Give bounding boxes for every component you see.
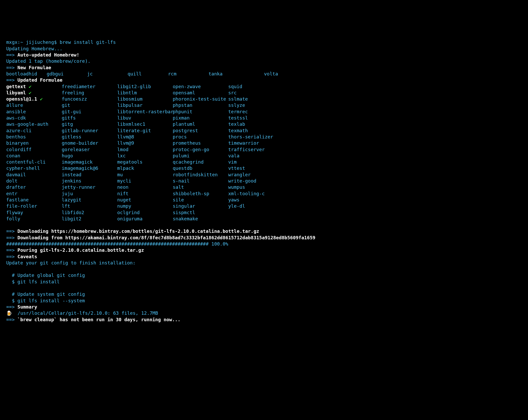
formula-item: mu: [117, 172, 173, 178]
pouring-line: Pouring git-lfs-2.10.0.catalina.bottle.t…: [17, 247, 144, 253]
formula-item: entr: [6, 191, 62, 197]
formula-item: oniguruma: [117, 216, 173, 222]
formula-item: gnome-builder: [62, 140, 117, 146]
formula-item: file-roller: [6, 203, 62, 209]
formula-item: drafter: [6, 184, 62, 190]
formula-item: gitfs: [62, 115, 117, 121]
progress-pct: 100.0%: [211, 241, 228, 247]
formula-item-ticked: libyaml: [6, 90, 29, 95]
formula-item: fastlane: [6, 197, 62, 203]
arrow-icon: ==>: [6, 77, 15, 83]
checkmark-icon: ✔: [29, 84, 32, 89]
formula-item: shibboleth-sp: [173, 191, 228, 197]
formula-item: goreleaser: [62, 146, 117, 153]
formula-row: colordiffgoreleaserlmodprotoc-gen-gotraf…: [6, 146, 522, 153]
formula-item: vala: [228, 153, 284, 159]
formula-item: lazygit: [62, 197, 117, 203]
formula-item: quill: [128, 71, 168, 77]
formula-item: binaryen: [6, 140, 62, 146]
formula-row: follylibgit2onigurumasnakemake: [6, 216, 522, 222]
formula-item: oclgrind: [117, 209, 173, 216]
checkmark-icon: ✔: [40, 96, 43, 102]
arrow-icon: ==>: [6, 317, 15, 322]
formula-item: nift: [117, 191, 173, 197]
terminal-output: mxgx:~ jijiucheng$ brew install git-lfs …: [6, 33, 522, 323]
formula-item: protoc-gen-go: [173, 146, 228, 153]
formula-item: libntlm: [117, 90, 173, 96]
formula-item: ansible: [6, 109, 62, 115]
formula-item: allure: [6, 102, 62, 108]
arrow-icon: ==>: [6, 52, 15, 58]
formula-item: git: [62, 102, 117, 108]
prompt-user: jijiucheng: [26, 39, 54, 45]
downloading-from-line: Downloading from https://akamai.bintray.…: [17, 235, 315, 240]
formula-item: libosmium: [117, 96, 173, 102]
prompt-command: brew install git-lfs: [60, 39, 116, 45]
formula-row: binaryengnome-builderllvm@9prometheustim…: [6, 140, 522, 146]
formula-item: libtorrent-rasterbar: [117, 109, 173, 115]
formula-item: wumpus: [228, 184, 284, 190]
formula-row: davmailinsteadmurobotfindskittenwrangler: [6, 172, 522, 178]
summary-path: /usr/local/Cellar/git-lfs/2.10.0: 63 fil…: [18, 310, 158, 316]
formula-item: sispmctl: [173, 209, 228, 216]
formula-item: gdbgui: [47, 71, 87, 77]
progress-bar: ########################################…: [6, 241, 209, 247]
formula-item: sslyze: [228, 102, 284, 108]
arrow-icon: ==>: [6, 228, 15, 234]
formula-item: open-zwave: [173, 83, 228, 90]
formula-item: numpy: [117, 203, 173, 209]
formula-item: phoronix-test-suite: [173, 96, 228, 102]
formula-item: opensaml: [173, 90, 228, 96]
arrow-icon: ==>: [6, 65, 15, 70]
formula-item: mycli: [117, 178, 173, 184]
caveats-comment: # Update system git config: [12, 291, 85, 297]
caveats-header: Caveats: [17, 254, 37, 259]
formula-item: imagemagick: [62, 159, 117, 165]
prompt-line: mxgx:~ jijiucheng$ brew install git-lfs: [6, 39, 116, 45]
downloading-line: Downloading https://homebrew.bintray.com…: [17, 228, 259, 234]
formula-row: aws-google-authgitglibxmlsec1plantumltex…: [6, 121, 522, 127]
formula-item: write-good: [228, 178, 284, 184]
formula-row: libyaml ✔freelinglibntlmopensamlsrc: [6, 90, 522, 96]
formula-item: folly: [6, 216, 62, 222]
formula-item: contentful-cli: [6, 159, 62, 165]
formula-item: wrangler: [228, 172, 284, 178]
formula-item: literate-git: [117, 128, 173, 134]
formula-row: conanhugolxcpulumivala: [6, 153, 522, 159]
updating-line: Updating Homebrew...: [6, 46, 62, 51]
formula-item: libgit2-glib: [117, 83, 173, 90]
formula-item: nuget: [117, 197, 173, 203]
caveats-cmd: $ git lfs install: [12, 279, 60, 284]
formula-item: prometheus: [173, 140, 228, 146]
formula-row: entrjujuniftshibboleth-spxml-tooling-c: [6, 191, 522, 197]
prompt-sigil: $: [54, 39, 57, 45]
formula-item: squid: [228, 83, 284, 90]
formula-item: sslmate: [228, 96, 284, 102]
formula-item: pixman: [173, 115, 228, 121]
formula-item: gitlab-runner: [62, 128, 117, 134]
formula-item: bootloadhid: [6, 71, 47, 77]
formula-row: fastlanelazygitnugetsileyaws: [6, 197, 522, 203]
formula-row: doltjenkinsmyclis-nailwrite-good: [6, 178, 522, 184]
formula-item: procs: [173, 134, 228, 140]
formula-item: azure-cli: [6, 128, 62, 134]
formula-item: libpulsar: [117, 102, 173, 108]
formula-item: testssl: [228, 115, 284, 121]
new-formulae-row: bootloadhidgdbguijcquillrcmtankavolta: [6, 71, 522, 77]
formula-item: texmath: [228, 128, 284, 134]
formula-row: aws-cdkgitfslibuvpixmantestssl: [6, 115, 522, 121]
formula-row: gettext ✔freediameterlibgit2-glibopen-zw…: [6, 83, 522, 90]
formula-item: imagemagick@6: [62, 165, 117, 171]
formula-row: drafterjetty-runnerneonsaltwumpus: [6, 184, 522, 190]
formula-row: openssl@1.1 ✔funcoeszzlibosmiumphoronix-…: [6, 96, 522, 102]
prompt-host: mxgx:~: [6, 39, 23, 45]
formula-item: funcoeszz: [62, 96, 117, 102]
formula-item: neon: [117, 184, 173, 190]
formula-item: trafficserver: [228, 146, 284, 153]
formula-item: timewarrior: [228, 140, 284, 146]
formula-item: git-gui: [62, 109, 117, 115]
cleanup-line: `brew cleanup` has not been run in 30 da…: [17, 317, 180, 322]
formula-item: llvm@9: [117, 140, 173, 146]
formula-item-ticked: openssl@1.1: [6, 96, 40, 102]
formula-item: libuv: [117, 115, 173, 121]
